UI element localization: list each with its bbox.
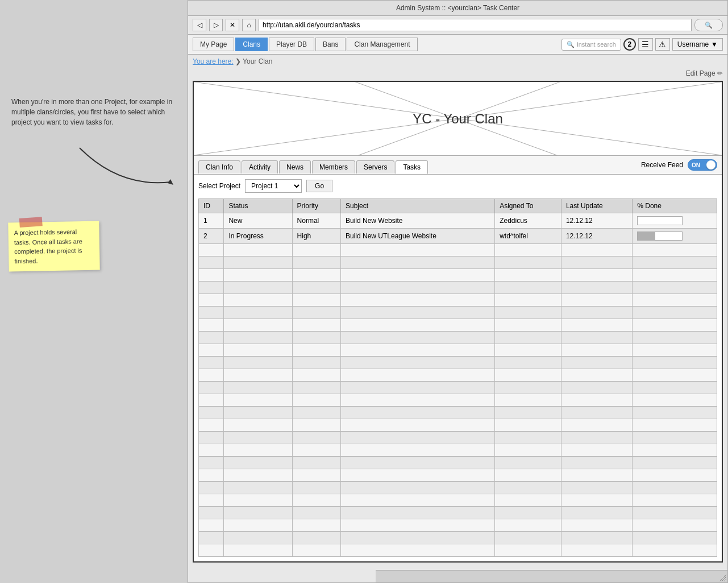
list-icon-button[interactable]: ☰ bbox=[638, 38, 653, 51]
table-row-empty bbox=[199, 457, 717, 469]
cell-lastupdate: 12.12.12 bbox=[561, 213, 632, 229]
clan-tab-members[interactable]: Members bbox=[312, 160, 355, 173]
table-row-empty bbox=[199, 332, 717, 344]
edit-page-link[interactable]: Edit Page ✏ bbox=[686, 69, 723, 77]
cell-lastupdate: 12.12.12 bbox=[561, 229, 632, 244]
table-row-empty bbox=[199, 519, 717, 532]
receive-feed-area: Receive Feed ON bbox=[641, 159, 717, 174]
col-priority: Priority bbox=[292, 199, 340, 213]
table-row-empty bbox=[199, 419, 717, 432]
table-row-empty bbox=[199, 257, 717, 269]
table-row-empty bbox=[199, 532, 717, 544]
cell-pctdone bbox=[633, 229, 717, 244]
cell-status: New bbox=[224, 213, 292, 229]
breadcrumb-link[interactable]: You are here: bbox=[193, 57, 234, 65]
table-row-empty bbox=[199, 344, 717, 357]
bottom-bar bbox=[376, 570, 727, 582]
svg-marker-5 bbox=[168, 179, 173, 185]
svg-line-3 bbox=[722, 577, 726, 581]
clan-banner: YC - Your Clan bbox=[194, 82, 722, 156]
main-content: YC - Your Clan Clan Info Activity News M… bbox=[193, 81, 723, 563]
table-row-empty bbox=[199, 544, 717, 557]
table-row-empty bbox=[199, 319, 717, 332]
sticky-tape bbox=[19, 217, 43, 228]
nav-tab-bans[interactable]: Bans bbox=[315, 38, 346, 51]
back-button[interactable]: ◁ bbox=[193, 19, 206, 31]
nav-tab-clans[interactable]: Clans bbox=[235, 38, 268, 51]
page-title: Admin System :: <yourclan> Task Center bbox=[396, 4, 519, 12]
col-id: ID bbox=[199, 199, 224, 213]
cell-subject: Build New UTLeague Website bbox=[340, 229, 494, 244]
username-button[interactable]: Username ▼ bbox=[672, 38, 723, 51]
instant-search-box[interactable]: 🔍 instant search bbox=[561, 39, 621, 51]
clan-tab-news[interactable]: News bbox=[279, 160, 311, 173]
table-row-empty bbox=[199, 482, 717, 494]
table-row-empty bbox=[199, 294, 717, 307]
annotation-arrow bbox=[74, 142, 188, 201]
svg-line-4 bbox=[724, 579, 726, 581]
project-selector: Select Project Project 1 Project 2 Go bbox=[198, 179, 717, 193]
sticky-note: A project holds several tasks. Once all … bbox=[8, 221, 99, 272]
table-row-empty bbox=[199, 507, 717, 519]
progress-bar-0 bbox=[637, 216, 683, 225]
progress-bar-1 bbox=[637, 231, 683, 241]
warning-icon-button[interactable]: ⚠ bbox=[655, 38, 670, 51]
table-row-empty bbox=[199, 494, 717, 507]
breadcrumb-separator: ❯ bbox=[235, 57, 241, 65]
cell-priority: Normal bbox=[292, 213, 340, 229]
forward-button[interactable]: ▷ bbox=[209, 19, 223, 31]
table-row-empty bbox=[199, 244, 717, 257]
table-row-empty bbox=[199, 432, 717, 444]
col-subject: Subject bbox=[340, 199, 494, 213]
browser-titlebar: Admin System :: <yourclan> Task Center bbox=[188, 1, 727, 16]
cell-assigned: Zeddicus bbox=[495, 213, 561, 229]
table-row-empty bbox=[199, 469, 717, 482]
clan-tabs: Clan Info Activity News Members Servers … bbox=[194, 156, 722, 175]
receive-feed-label: Receive Feed bbox=[641, 161, 683, 169]
cell-assigned: wtd^toifel bbox=[495, 229, 561, 244]
receive-feed-toggle[interactable]: ON bbox=[688, 159, 717, 171]
browser-toolbar: ◁ ▷ ✕ ⌂ 🔍 bbox=[188, 16, 727, 35]
table-row-empty bbox=[199, 394, 717, 407]
table-row[interactable]: 2 In Progress High Build New UTLeague We… bbox=[199, 229, 717, 244]
cell-pctdone bbox=[633, 213, 717, 229]
cell-priority: High bbox=[292, 229, 340, 244]
cell-status: In Progress bbox=[224, 229, 292, 244]
go-button[interactable]: Go bbox=[306, 180, 332, 192]
tasks-table: ID Status Priority Subject Asigned To La… bbox=[198, 199, 717, 557]
table-row[interactable]: 1 New Normal Build New Website Zeddicus … bbox=[199, 213, 717, 229]
nav-tab-clanmanagement[interactable]: Clan Management bbox=[347, 38, 417, 51]
select-project-label: Select Project bbox=[198, 182, 240, 190]
browser-search-button[interactable]: 🔍 bbox=[694, 19, 723, 31]
cell-subject: Build New Website bbox=[340, 213, 494, 229]
resize-handle[interactable] bbox=[719, 574, 726, 581]
table-row-empty bbox=[199, 444, 717, 457]
search-icon: 🔍 bbox=[567, 41, 575, 48]
address-bar[interactable] bbox=[259, 19, 692, 31]
clan-tab-servers[interactable]: Servers bbox=[356, 160, 394, 173]
toggle-knob bbox=[706, 160, 715, 169]
clan-tab-tasks[interactable]: Tasks bbox=[396, 160, 428, 174]
notification-badge[interactable]: 2 bbox=[623, 38, 636, 51]
table-row-empty bbox=[199, 307, 717, 319]
col-status: Status bbox=[224, 199, 292, 213]
clan-banner-title: YC - Your Clan bbox=[413, 111, 503, 127]
table-row-empty bbox=[199, 369, 717, 382]
col-assigned: Asigned To bbox=[495, 199, 561, 213]
cell-id: 2 bbox=[199, 229, 224, 244]
close-button[interactable]: ✕ bbox=[226, 19, 239, 31]
home-button[interactable]: ⌂ bbox=[242, 19, 256, 31]
edit-page-bar: Edit Page ✏ bbox=[188, 68, 727, 78]
table-row-empty bbox=[199, 357, 717, 369]
clan-tab-claninfo[interactable]: Clan Info bbox=[198, 160, 240, 173]
nav-tab-mypage[interactable]: My Page bbox=[193, 38, 234, 51]
project-dropdown[interactable]: Project 1 Project 2 bbox=[245, 179, 302, 193]
breadcrumb: You are here: ❯ Your Clan bbox=[188, 55, 727, 68]
toggle-on-label: ON bbox=[688, 162, 700, 168]
breadcrumb-current: Your Clan bbox=[243, 57, 272, 65]
annotation-text: When you're in more than one Project, fo… bbox=[11, 97, 176, 127]
arrow-svg bbox=[74, 142, 188, 199]
clan-tab-activity[interactable]: Activity bbox=[242, 160, 278, 173]
nav-tab-playerdb[interactable]: Player DB bbox=[269, 38, 314, 51]
table-row-empty bbox=[199, 407, 717, 419]
